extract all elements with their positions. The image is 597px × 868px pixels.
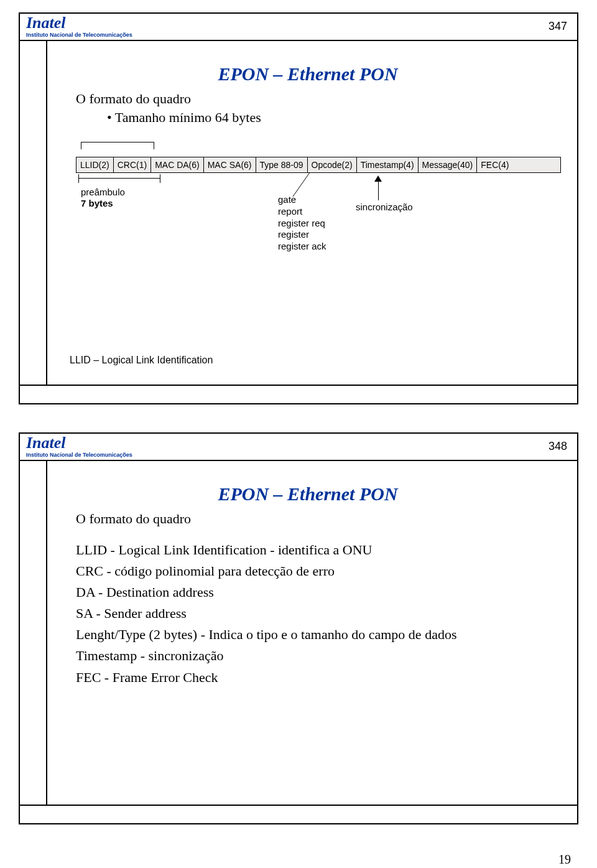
opcode-list: gate report register req register regist… [278,194,326,253]
opcode-register: register [278,229,326,241]
body-heading: O formato do quadro [76,511,558,527]
preamble-line1: preâmbulo [81,187,125,197]
field-crc: CRC(1) [114,157,151,172]
rule-top [20,40,577,41]
def-sa: SA - Sender address [76,603,558,624]
field-mac-da: MAC DA(6) [151,157,204,172]
page-number: 19 [19,852,578,868]
def-da: DA - Destination address [76,582,558,603]
slide-number: 348 [548,440,567,453]
opcode-pointer [292,173,353,197]
preamble-bracket [81,142,154,149]
field-mac-sa: MAC SA(6) [204,157,256,172]
body-heading: O formato do quadro [76,91,558,107]
llid-footnote: LLID – Logical Link Identification [70,355,213,366]
def-fec: FEC - Frame Error Check [76,667,558,688]
definitions-list: LLID - Logical Link Identification - ide… [76,539,558,688]
rule-left [46,40,47,386]
slide-header: Inatel Instituto Nacional de Telecomunic… [20,434,577,471]
opcode-gate: gate [278,194,326,206]
logo: Inatel Instituto Nacional de Telecomunic… [26,15,132,38]
opcode-report: report [278,206,326,218]
field-opcode: Opcode(2) [308,157,357,172]
logo-name: Inatel [26,15,132,31]
slide-number: 347 [548,20,567,33]
frame-fields: LLID(2) CRC(1) MAC DA(6) MAC SA(6) Type … [76,157,561,173]
opcode-register-req: register req [278,218,326,230]
slide-title: EPON – Ethernet PON [57,63,558,85]
logo-name: Inatel [26,435,132,451]
field-type: Type 88-09 [256,157,308,172]
slide-348: Inatel Instituto Nacional de Telecomunic… [19,432,578,824]
bullet-min-size: Tamanho mínimo 64 bytes [107,110,558,126]
sync-arrow-icon [374,175,383,200]
slide-title: EPON – Ethernet PON [57,483,558,505]
logo: Inatel Instituto Nacional de Telecomunic… [26,435,132,458]
preamble-line2: 7 bytes [81,198,113,208]
field-timestamp: Timestamp(4) [357,157,419,172]
rule-top [20,460,577,461]
def-length: Lenght/Type (2 bytes) - Indica o tipo e … [76,624,558,645]
def-llid: LLID - Logical Link Identification - ide… [76,539,558,561]
preamble-width-mark [78,178,160,187]
logo-subtitle: Instituto Nacional de Telecomunicações [26,32,132,38]
field-fec: FEC(4) [477,157,512,172]
rule-bottom-inner [20,385,577,386]
sync-label: sincronização [356,202,413,212]
slide-body: EPON – Ethernet PON O formato do quadro … [57,471,558,798]
preamble-label: preâmbulo 7 bytes [81,187,125,209]
rule-bottom-inner [20,805,577,806]
slide-347: Inatel Instituto Nacional de Telecomunic… [19,12,578,404]
rule-left [46,460,47,806]
frame-diagram: LLID(2) CRC(1) MAC DA(6) MAC SA(6) Type … [76,157,561,173]
slide-body: EPON – Ethernet PON O formato do quadro … [57,51,558,378]
field-llid: LLID(2) [76,157,114,172]
slide-header: Inatel Instituto Nacional de Telecomunic… [20,14,577,51]
logo-subtitle: Instituto Nacional de Telecomunicações [26,452,132,458]
field-message: Message(40) [419,157,478,172]
opcode-register-ack: register ack [278,241,326,253]
def-crc: CRC - código polinomial para detecção de… [76,561,558,582]
def-timestamp: Timestamp - sincronização [76,645,558,666]
